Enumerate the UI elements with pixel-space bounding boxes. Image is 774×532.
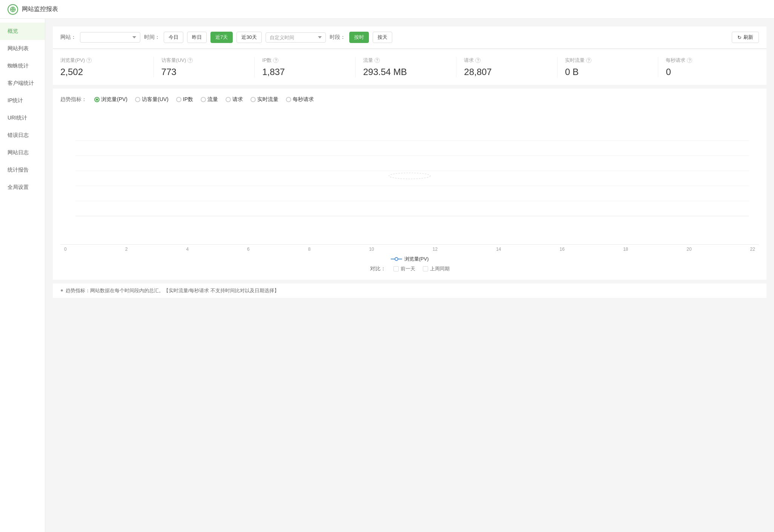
question-icon-uv[interactable]: ? xyxy=(187,58,193,63)
note-bullet-icon: ● xyxy=(60,287,63,293)
period-label: 时段： xyxy=(330,34,346,41)
x-axis-label: 18 xyxy=(623,247,628,252)
stat-value-ip: 1,837 xyxy=(262,67,348,77)
metric-label-realtime-request: 每秒请求 xyxy=(293,96,314,103)
main-toolbar: 网站： 时间： 今日 昨日 近7天 近30天 自定义时间 时段： 按时 按天 ↻… xyxy=(53,26,766,49)
radio-uv xyxy=(135,97,140,102)
compare-last-week[interactable]: 上周同期 xyxy=(423,265,450,272)
trend-metric-pv[interactable]: 浏览量(PV) xyxy=(94,96,127,103)
period-btn-hour[interactable]: 按时 xyxy=(349,32,369,43)
last-week-label: 上周同期 xyxy=(430,265,450,272)
stats-panel: 浏览量(PV) ? 2,502 访客量(UV) ? 773 IP数 ? 1,83… xyxy=(53,49,766,85)
chart-section: 趋势指标： 浏览量(PV)访客量(UV)IP数流量请求实时流量每秒请求 xyxy=(53,89,766,280)
trend-toolbar: 趋势指标： 浏览量(PV)访客量(UV)IP数流量请求实时流量每秒请求 xyxy=(60,96,759,103)
metric-label-realtime-traffic: 实时流量 xyxy=(257,96,278,103)
trend-metric-realtime-request[interactable]: 每秒请求 xyxy=(286,96,314,103)
stat-ip: IP数 ? 1,837 xyxy=(255,57,356,77)
x-axis-label: 0 xyxy=(64,247,67,252)
compare-prev-day[interactable]: 前一天 xyxy=(393,265,415,272)
radio-realtime-traffic xyxy=(250,97,256,102)
sidebar-item-stat-report[interactable]: 统计报告 xyxy=(0,161,45,179)
radio-ip xyxy=(176,97,181,102)
time-btn-7days[interactable]: 近7天 xyxy=(210,32,233,43)
question-icon-traffic[interactable]: ? xyxy=(375,58,380,63)
refresh-button[interactable]: ↻ 刷新 xyxy=(732,32,759,43)
note-content: 趋势指标：网站数据在每个时间段内的总汇。【实时流量/每秒请求 不支持时间比对以及… xyxy=(66,287,279,294)
trend-metric-traffic[interactable]: 流量 xyxy=(201,96,218,103)
stat-label-uv: 访客量(UV) ? xyxy=(161,57,247,64)
question-icon-realtime-traffic[interactable]: ? xyxy=(586,58,591,63)
sidebar-item-site-log[interactable]: 网站日志 xyxy=(0,144,45,161)
sidebar-item-site-list[interactable]: 网站列表 xyxy=(0,40,45,57)
x-axis-label: 2 xyxy=(125,247,128,252)
stat-label-ip: IP数 ? xyxy=(262,57,348,64)
sidebar-item-global-settings[interactable]: 全局设置 xyxy=(0,179,45,196)
stat-request: 请求 ? 28,807 xyxy=(456,57,557,77)
x-axis-label: 8 xyxy=(308,247,311,252)
radio-pv xyxy=(94,97,100,102)
metric-label-traffic: 流量 xyxy=(207,96,218,103)
stat-label-pv: 浏览量(PV) ? xyxy=(60,57,146,64)
x-axis: 0246810121416182022 xyxy=(60,244,759,252)
period-btn-day[interactable]: 按天 xyxy=(373,32,392,43)
x-axis-label: 22 xyxy=(750,247,755,252)
trend-metric-ip[interactable]: IP数 xyxy=(176,96,193,103)
trend-metric-realtime-traffic[interactable]: 实时流量 xyxy=(250,96,278,103)
stat-value-uv: 773 xyxy=(161,67,247,77)
trend-metric-uv[interactable]: 访客量(UV) xyxy=(135,96,169,103)
custom-time-select[interactable]: 自定义时间 xyxy=(266,32,326,43)
last-week-checkbox[interactable] xyxy=(423,266,428,271)
prev-day-checkbox[interactable] xyxy=(393,266,399,271)
time-btn-yesterday[interactable]: 昨日 xyxy=(187,32,207,43)
refresh-icon: ↻ xyxy=(737,35,742,40)
compare-label: 对比： xyxy=(370,265,386,272)
chart-area xyxy=(60,110,759,242)
metric-label-ip: IP数 xyxy=(183,96,193,103)
x-axis-label: 10 xyxy=(369,247,374,252)
sidebar-item-ip[interactable]: IP统计 xyxy=(0,92,45,109)
x-axis-label: 6 xyxy=(247,247,250,252)
x-axis-label: 20 xyxy=(686,247,691,252)
metric-label-pv: 浏览量(PV) xyxy=(101,96,127,103)
svg-point-4 xyxy=(389,173,430,179)
x-axis-label: 14 xyxy=(496,247,501,252)
stat-pv: 浏览量(PV) ? 2,502 xyxy=(60,57,154,77)
stat-label-traffic: 流量 ? xyxy=(363,57,449,64)
x-axis-label: 16 xyxy=(560,247,565,252)
sidebar-item-uri[interactable]: URI统计 xyxy=(0,109,45,127)
prev-day-label: 前一天 xyxy=(401,265,415,272)
legend-pv-label: 浏览量(PV) xyxy=(404,256,429,262)
metric-label-request: 请求 xyxy=(232,96,243,103)
sidebar-item-error-log[interactable]: 错误日志 xyxy=(0,127,45,144)
sidebar-item-spider[interactable]: 蜘蛛统计 xyxy=(0,57,45,75)
question-icon-realtime-request[interactable]: ? xyxy=(687,58,692,63)
sidebar-item-client[interactable]: 客户端统计 xyxy=(0,75,45,92)
note-text: ● 趋势指标：网站数据在每个时间段内的总汇。【实时流量/每秒请求 不支持时间比对… xyxy=(60,287,759,294)
site-select[interactable] xyxy=(80,32,140,43)
app-logo xyxy=(8,4,18,15)
time-btn-today[interactable]: 今日 xyxy=(164,32,183,43)
stat-value-realtime-traffic: 0 B xyxy=(565,67,651,77)
time-btn-30days[interactable]: 近30天 xyxy=(236,32,261,43)
header: 网站监控报表 xyxy=(0,0,774,19)
question-icon-ip[interactable]: ? xyxy=(273,58,278,63)
app-container: 网站监控报表 概览网站列表蜘蛛统计客户端统计IP统计URI统计错误日志网站日志统… xyxy=(0,0,774,532)
content-area: 网站： 时间： 今日 昨日 近7天 近30天 自定义时间 时段： 按时 按天 ↻… xyxy=(45,19,774,532)
stat-label-realtime-request: 每秒请求 ? xyxy=(666,57,751,64)
stat-value-request: 28,807 xyxy=(464,67,550,77)
stat-realtime-traffic: 实时流量 ? 0 B xyxy=(557,57,659,77)
radio-traffic xyxy=(201,97,206,102)
question-icon-pv[interactable]: ? xyxy=(86,58,92,63)
x-axis-label: 4 xyxy=(186,247,189,252)
stat-value-traffic: 293.54 MB xyxy=(363,67,449,77)
trend-metric-request[interactable]: 请求 xyxy=(226,96,243,103)
stat-traffic: 流量 ? 293.54 MB xyxy=(356,57,457,77)
stat-value-pv: 2,502 xyxy=(60,67,146,77)
site-label: 网站： xyxy=(60,34,76,41)
compare-row: 对比： 前一天 上周同期 xyxy=(60,265,759,272)
refresh-label: 刷新 xyxy=(743,34,753,41)
question-icon-request[interactable]: ? xyxy=(475,58,481,63)
sidebar-item-overview[interactable]: 概览 xyxy=(0,23,45,40)
stat-value-realtime-request: 0 xyxy=(666,67,751,77)
chart-loading xyxy=(387,170,432,183)
